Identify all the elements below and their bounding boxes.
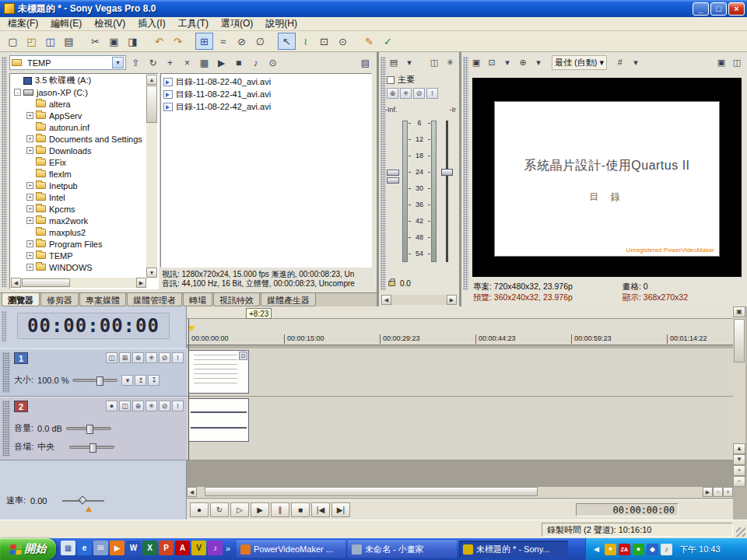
tab-media-generators[interactable]: 媒體產生器 xyxy=(261,293,316,306)
panel-grip[interactable] xyxy=(2,57,7,287)
copy-icon[interactable]: ▣ xyxy=(105,33,123,50)
tree-expander[interactable]: + xyxy=(26,252,33,259)
lock-envelopes-icon[interactable]: ⊘ xyxy=(233,33,251,50)
record-button[interactable]: ● xyxy=(190,502,209,517)
cursor-time-display[interactable]: 00:00:00:00 xyxy=(17,313,170,339)
new-folder-icon[interactable]: + xyxy=(162,55,178,71)
automation-settings-icon[interactable]: ⊕ xyxy=(132,352,144,363)
get-media-icon[interactable]: ⊙ xyxy=(265,55,281,71)
zoom-in-vertical-icon[interactable]: + xyxy=(733,465,745,476)
preview-device-icon[interactable]: ⊡ xyxy=(485,55,499,69)
properties-icon[interactable]: ▤ xyxy=(60,33,78,50)
word-icon[interactable]: W xyxy=(126,541,141,555)
audio-event-clip[interactable] xyxy=(188,398,249,442)
tree-item[interactable]: + Inetpub xyxy=(11,180,146,191)
panel-grip[interactable] xyxy=(381,57,386,290)
arm-for-record-icon[interactable]: ● xyxy=(106,401,117,411)
tray-antivirus-icon[interactable]: ● xyxy=(633,544,644,555)
panel-grip[interactable] xyxy=(2,311,7,342)
panel-list-icon[interactable]: ▤ xyxy=(357,55,374,71)
mixer-scrollbar[interactable]: ◀ ▶ xyxy=(381,295,457,305)
scrollbar-thumb[interactable] xyxy=(205,487,538,496)
stop-button[interactable]: ■ xyxy=(291,502,310,517)
timeline-empty-area[interactable] xyxy=(187,460,733,487)
panel-grip[interactable] xyxy=(463,57,468,290)
bus-assign-icon[interactable]: ⊕ xyxy=(387,88,398,99)
video-track-lane[interactable]: ⊡ xyxy=(187,348,733,397)
views-icon[interactable]: ▦ xyxy=(196,55,212,71)
scroll-up-icon[interactable]: ▲ xyxy=(146,75,157,85)
file-item[interactable]: 目錄-11-08-22-42_avi.avi xyxy=(162,100,370,113)
solo-icon[interactable]: ! xyxy=(172,401,184,411)
tree-item[interactable]: + WINDOWS xyxy=(11,261,146,273)
mute-icon[interactable]: ⊘ xyxy=(413,88,425,99)
go-to-start-button[interactable]: |◀ xyxy=(311,502,330,517)
tree-item[interactable]: + Program Files xyxy=(11,238,146,250)
overlay-dropdown-icon[interactable]: ▾ xyxy=(531,55,545,69)
video-overlay-icon[interactable]: ⊕ xyxy=(516,55,530,69)
menu-item[interactable]: 檔案(F) xyxy=(2,16,44,31)
copy-snapshot-icon[interactable]: ▣ xyxy=(714,55,728,69)
scrollbar-thumb[interactable] xyxy=(734,319,745,362)
scroll-left-icon[interactable]: ◀ xyxy=(187,487,197,497)
taskbar-clock[interactable]: 下午 10:43 xyxy=(679,544,721,555)
tree-vertical-scrollbar[interactable]: ▲ ▼ xyxy=(146,75,157,278)
envelope-edit-tool-icon[interactable]: ≀ xyxy=(296,33,314,50)
mute-icon[interactable]: ⊘ xyxy=(159,401,170,411)
internet-explorer-icon[interactable]: e xyxy=(77,541,92,555)
quicklaunch-overflow-chevron[interactable]: » xyxy=(224,544,232,553)
delete-icon[interactable]: × xyxy=(179,55,195,71)
refresh-icon[interactable]: ↻ xyxy=(145,55,161,71)
tree-expander[interactable]: + xyxy=(26,217,33,224)
tree-expander[interactable]: + xyxy=(26,205,33,212)
audio-track-header[interactable]: 2 ●◫⊕✳⊘! 音量: 0.0 dB 音場: 中央 xyxy=(0,397,187,460)
normal-edit-tool-icon[interactable]: ↖ xyxy=(278,33,296,50)
marker-tool-icon[interactable]: ▣ xyxy=(733,306,745,317)
tab-media-manager[interactable]: 媒體管理者 xyxy=(127,293,182,306)
zoom-out-icon[interactable]: − xyxy=(713,487,723,497)
rate-slider-handle[interactable] xyxy=(79,495,87,504)
scroll-down-icon[interactable]: ▼ xyxy=(733,454,745,465)
play-button[interactable]: ▶ xyxy=(251,502,269,517)
pause-button[interactable]: ∥ xyxy=(271,502,289,517)
size-slider[interactable] xyxy=(72,379,117,382)
zoom-in-icon[interactable]: + xyxy=(723,487,733,497)
tree-item[interactable]: + max2work xyxy=(11,215,146,226)
tree-item[interactable]: EFix xyxy=(11,156,146,168)
ignore-event-grouping-icon[interactable]: ∅ xyxy=(251,33,269,50)
acrobat-icon[interactable]: A xyxy=(175,541,190,555)
save-snapshot-icon[interactable]: ◫ xyxy=(730,55,744,69)
level-dropdown-icon[interactable]: ▾ xyxy=(121,375,133,386)
tree-item[interactable]: flexlm xyxy=(11,168,146,180)
bus-icon[interactable] xyxy=(387,76,395,84)
size-value[interactable]: 100.0 % xyxy=(37,376,68,385)
effects-icon[interactable]: ✳ xyxy=(146,352,157,363)
cut-icon[interactable]: ✂ xyxy=(86,33,104,50)
rate-value[interactable]: 0.00 xyxy=(30,496,47,506)
tree-expander[interactable]: + xyxy=(26,194,33,201)
grow-track-icon[interactable]: ↥ xyxy=(135,375,146,386)
tree-item-drive-a[interactable]: 3.5 軟碟機 (A:) xyxy=(11,75,146,86)
vegas-icon[interactable]: V xyxy=(191,541,206,555)
media-player-icon[interactable]: ▶ xyxy=(110,541,124,555)
stop-preview-icon[interactable]: ■ xyxy=(230,55,247,71)
solo-icon[interactable]: ! xyxy=(172,352,184,363)
tree-item[interactable]: + Kpcms xyxy=(11,203,146,215)
timeline-vertical-scrollbar[interactable]: ▣ ▲ ▼ + − xyxy=(733,306,745,487)
effects-icon[interactable]: ✳ xyxy=(146,401,157,411)
tab-transitions[interactable]: 轉場 xyxy=(183,293,212,306)
maximize-button[interactable]: □ xyxy=(710,2,727,16)
scrollbar-thumb[interactable] xyxy=(146,86,157,123)
save-icon[interactable]: ◫ xyxy=(41,33,59,50)
go-to-end-button[interactable]: ▶| xyxy=(331,502,350,517)
menu-item[interactable]: 檢視(V) xyxy=(88,16,132,31)
tray-zonealarm-icon[interactable]: ZA xyxy=(619,544,630,555)
grid-dropdown-icon[interactable]: ▾ xyxy=(629,55,643,69)
minimize-button[interactable]: _ xyxy=(693,2,709,16)
transport-time-display[interactable]: 00:00:00:00 xyxy=(576,503,679,516)
tree-item[interactable]: + TEMP xyxy=(11,250,146,261)
preview-fader-groove[interactable] xyxy=(446,121,448,262)
pan-slider[interactable] xyxy=(69,446,114,449)
menu-item[interactable]: 插入(I) xyxy=(132,16,171,31)
scroll-left-icon[interactable]: ◀ xyxy=(381,295,391,305)
